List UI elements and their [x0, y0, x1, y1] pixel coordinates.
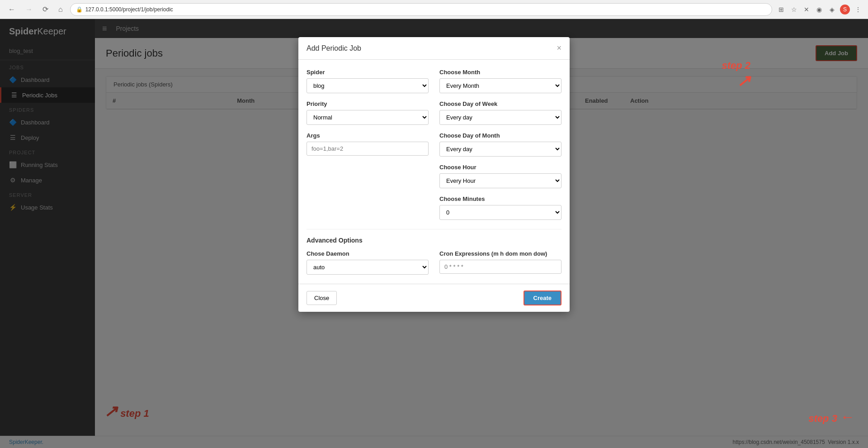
choose-minutes-select[interactable]: 0 — [439, 205, 561, 220]
advanced-section: Advanced Options Chose Daemon auto Cron … — [307, 229, 561, 275]
browser-chrome: ← → ⟳ ⌂ 🔒 127.0.0.1:5000/project/1/job/p… — [0, 0, 868, 19]
home-button[interactable]: ⌂ — [56, 4, 66, 15]
cron-label: Cron Expressions (m h dom mon dow) — [439, 250, 561, 257]
url-text: 127.0.0.1:5000/project/1/job/periodic — [85, 6, 173, 13]
spider-field-group: Spider blog — [307, 69, 429, 93]
modal-overlay: Add Periodic Job × Spider blog Choose Mo… — [0, 19, 868, 448]
cron-input[interactable] — [439, 260, 561, 274]
modal-header: Add Periodic Job × — [298, 37, 570, 60]
menu-dots-icon[interactable]: ⋮ — [854, 5, 863, 14]
modal-title: Add Periodic Job — [307, 44, 361, 52]
choose-day-month-select[interactable]: Every day — [439, 142, 561, 157]
close-button[interactable]: Close — [307, 291, 337, 305]
choose-hour-select[interactable]: Every Hour — [439, 173, 561, 188]
choose-day-month-label: Choose Day of Month — [439, 132, 561, 139]
modal-close-button[interactable]: × — [557, 43, 561, 53]
choose-month-select[interactable]: Every Month — [439, 78, 561, 93]
speaker-icon[interactable]: ◉ — [815, 5, 824, 14]
choose-minutes-label: Choose Minutes — [439, 195, 561, 202]
empty-left2 — [307, 195, 429, 220]
extensions-icon[interactable]: ⊞ — [777, 5, 786, 14]
user-avatar[interactable]: S — [840, 5, 850, 14]
lock-icon: 🔒 — [76, 6, 83, 13]
daemon-select[interactable]: auto — [307, 260, 429, 275]
browser-actions: ⊞ ☆ ✕ ◉ ◈ S ⋮ — [777, 5, 863, 14]
modal-footer: Close Create — [298, 284, 570, 312]
choose-month-group: Choose Month Every Month — [439, 69, 561, 93]
choose-month-label: Choose Month — [439, 69, 561, 76]
star-icon[interactable]: ☆ — [789, 5, 798, 14]
back-button[interactable]: ← — [5, 4, 18, 15]
shield-icon[interactable]: ◈ — [827, 5, 836, 14]
spider-label: Spider — [307, 69, 429, 76]
spider-select[interactable]: blog — [307, 78, 429, 93]
choose-day-week-select[interactable]: Every day — [439, 110, 561, 125]
step3-annotation: step 3 ← — [808, 409, 854, 425]
address-bar[interactable]: 🔒 127.0.0.1:5000/project/1/job/periodic — [70, 3, 772, 16]
reload-button[interactable]: ⟳ — [40, 3, 51, 15]
advanced-form-grid: Chose Daemon auto Cron Expressions (m h … — [307, 250, 561, 275]
choose-day-month-group: Choose Day of Month Every day — [439, 132, 561, 157]
daemon-label: Chose Daemon — [307, 250, 429, 257]
args-group: Args — [307, 132, 429, 157]
priority-group: Priority Normal — [307, 100, 429, 125]
add-periodic-job-modal: Add Periodic Job × Spider blog Choose Mo… — [298, 37, 570, 312]
priority-label: Priority — [307, 100, 429, 107]
advanced-title: Advanced Options — [307, 237, 561, 244]
choose-hour-group: Choose Hour Every Hour — [439, 164, 561, 188]
choose-hour-label: Choose Hour — [439, 164, 561, 171]
x-icon[interactable]: ✕ — [802, 5, 811, 14]
choose-day-week-label: Choose Day of Week — [439, 100, 561, 107]
modal-body: Spider blog Choose Month Every Month — [298, 60, 570, 284]
create-button[interactable]: Create — [524, 291, 561, 305]
args-label: Args — [307, 132, 429, 139]
choose-minutes-group: Choose Minutes 0 — [439, 195, 561, 220]
empty-left — [307, 164, 429, 188]
form-grid: Spider blog Choose Month Every Month — [307, 69, 561, 220]
forward-button[interactable]: → — [23, 4, 35, 15]
args-input[interactable] — [307, 142, 429, 156]
daemon-group: Chose Daemon auto — [307, 250, 429, 275]
app-container: SpiderKeeper blog_test JOBS 🔷 Dashboard … — [0, 19, 868, 448]
cron-group: Cron Expressions (m h dom mon dow) — [439, 250, 561, 275]
priority-select[interactable]: Normal — [307, 110, 429, 125]
choose-day-week-group: Choose Day of Week Every day — [439, 100, 561, 125]
